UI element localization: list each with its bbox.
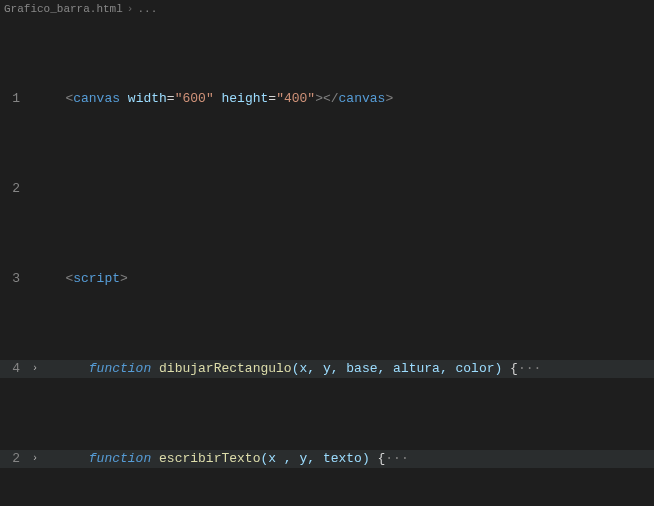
fold-ellipsis-icon[interactable]: ··· xyxy=(385,451,408,466)
tag-name: script xyxy=(73,271,120,286)
code-line[interactable]: 2 xyxy=(0,180,654,198)
attr-name: width xyxy=(128,91,167,106)
line-number: 4 xyxy=(0,360,28,378)
code-line[interactable]: 4 › function dibujarRectangulo(x, y, bas… xyxy=(0,360,654,378)
chevron-right-icon[interactable]: › xyxy=(28,360,42,378)
tag-name: canvas xyxy=(339,91,386,106)
function-name: escribirTexto xyxy=(159,451,260,466)
brace: { xyxy=(502,361,518,376)
params: (x , y, texto) xyxy=(260,451,369,466)
chevron-right-icon[interactable]: › xyxy=(28,450,42,468)
breadcrumb-sep-icon: › xyxy=(127,0,134,18)
angle-bracket: > xyxy=(120,271,128,286)
line-number: 2 xyxy=(0,450,28,468)
equals: = xyxy=(167,91,175,106)
code-line[interactable]: 2 › function escribirTexto(x , y, texto)… xyxy=(0,450,654,468)
line-number: 3 xyxy=(0,270,28,288)
params: (x, y, base, altura, color) xyxy=(292,361,503,376)
attr-value: "600" xyxy=(175,91,214,106)
angle-bracket: > xyxy=(385,91,393,106)
keyword: function xyxy=(89,451,151,466)
angle-bracket: > xyxy=(315,91,323,106)
breadcrumb[interactable]: Grafico_barra.html › ... xyxy=(0,0,654,18)
code-line[interactable]: 3 <script> xyxy=(0,270,654,288)
attr-name: height xyxy=(222,91,269,106)
breadcrumb-rest: ... xyxy=(137,0,157,18)
tag-name: canvas xyxy=(73,91,120,106)
code-editor[interactable]: Grafico_barra.html › ... 1 <canvas width… xyxy=(0,0,654,506)
function-name: dibujarRectangulo xyxy=(159,361,292,376)
attr-value: "400" xyxy=(276,91,315,106)
code-line[interactable]: 1 <canvas width="600" height="400"></can… xyxy=(0,90,654,108)
breadcrumb-file[interactable]: Grafico_barra.html xyxy=(4,0,123,18)
brace: { xyxy=(370,451,386,466)
line-number: 1 xyxy=(0,90,28,108)
angle-bracket: </ xyxy=(323,91,339,106)
fold-ellipsis-icon[interactable]: ··· xyxy=(518,361,541,376)
code-lines[interactable]: 1 <canvas width="600" height="400"></can… xyxy=(0,18,654,506)
code-area[interactable]: 1 <canvas width="600" height="400"></can… xyxy=(0,18,654,506)
keyword: function xyxy=(89,361,151,376)
equals: = xyxy=(268,91,276,106)
line-number: 2 xyxy=(0,180,28,198)
